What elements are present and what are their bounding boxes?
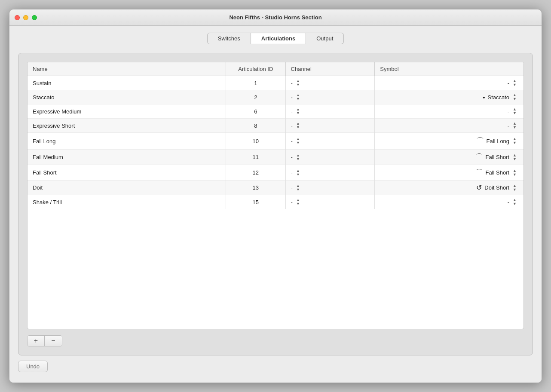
remove-button[interactable]: − <box>45 336 62 346</box>
cell-artid: 12 <box>226 165 285 181</box>
cell-artid: 13 <box>226 181 285 195</box>
cell-channel: -▲▼ <box>285 133 375 150</box>
cell-symbol: ↺Doit Short▲▼ <box>375 181 523 195</box>
symbol-stepper[interactable]: ▲▼ <box>513 79 517 87</box>
table-row: Expressive Medium6-▲▼-▲▼ <box>28 104 523 119</box>
channel-dash: - <box>291 169 293 176</box>
add-button[interactable]: + <box>28 336 45 346</box>
cell-symbol: ⌒Fall Short▲▼ <box>375 165 523 181</box>
cell-name: Fall Medium <box>28 150 226 165</box>
symbol-stepper[interactable]: ▲▼ <box>513 169 517 177</box>
add-remove-group: + − <box>27 335 62 346</box>
tab-switches[interactable]: Switches <box>207 33 251 44</box>
cell-channel: -▲▼ <box>285 195 375 209</box>
table-row: Expressive Short8-▲▼-▲▼ <box>28 119 523 133</box>
cell-name: Fall Long <box>28 133 226 150</box>
symbol-label: Fall Short <box>485 154 509 160</box>
channel-dash: - <box>291 199 293 205</box>
cell-symbol: -▲▼ <box>375 76 523 90</box>
channel-stepper[interactable]: ▲▼ <box>296 198 300 206</box>
cell-artid: 1 <box>226 76 285 90</box>
cell-channel: -▲▼ <box>285 150 375 165</box>
col-header-artid: Articulation ID <box>226 62 285 76</box>
channel-stepper[interactable]: ▲▼ <box>296 169 300 177</box>
cell-channel: -▲▼ <box>285 181 375 195</box>
symbol-label: - <box>508 122 509 129</box>
channel-dash: - <box>291 94 293 101</box>
cell-symbol: -▲▼ <box>375 119 523 133</box>
cell-name: Fall Short <box>28 165 226 181</box>
cell-name: Expressive Medium <box>28 104 226 119</box>
channel-stepper[interactable]: ▲▼ <box>296 107 300 115</box>
cell-channel: -▲▼ <box>285 104 375 119</box>
symbol-stepper[interactable]: ▲▼ <box>513 107 517 115</box>
undo-button[interactable]: Undo <box>18 361 48 372</box>
cell-channel: -▲▼ <box>285 90 375 104</box>
close-button[interactable] <box>15 15 20 20</box>
symbol-stepper[interactable]: ▲▼ <box>513 198 517 206</box>
main-panel: Name Articulation ID Channel Symbol Sust… <box>18 53 533 355</box>
cell-symbol: ⌒Fall Long▲▼ <box>375 133 523 150</box>
symbol-stepper[interactable]: ▲▼ <box>513 122 517 129</box>
staccato-icon: • <box>483 94 485 101</box>
undo-bar: Undo <box>18 355 533 374</box>
table-row: Doit13-▲▼↺Doit Short▲▼ <box>28 181 523 195</box>
col-header-symbol: Symbol <box>375 62 523 76</box>
symbol-stepper[interactable]: ▲▼ <box>513 137 517 145</box>
col-header-channel: Channel <box>285 62 375 76</box>
tab-output[interactable]: Output <box>306 33 344 44</box>
symbol-stepper[interactable]: ▲▼ <box>513 93 517 101</box>
cell-artid: 11 <box>226 150 285 165</box>
content-area: Switches Articulations Output Name Artic… <box>9 26 542 383</box>
table-row: Fall Medium11-▲▼⌒Fall Short▲▼ <box>28 150 523 165</box>
symbol-label: - <box>508 108 509 115</box>
window-title: Neon Fifths - Studio Horns Section <box>229 14 321 21</box>
fall-long-icon: ⌒ <box>476 136 484 146</box>
channel-dash: - <box>291 138 293 144</box>
articulations-table-container: Name Articulation ID Channel Symbol Sust… <box>27 62 524 329</box>
bottom-bar: + − <box>27 335 524 346</box>
channel-stepper[interactable]: ▲▼ <box>296 153 300 161</box>
channel-stepper[interactable]: ▲▼ <box>296 184 300 192</box>
tab-articulations[interactable]: Articulations <box>251 33 306 44</box>
channel-dash: - <box>291 184 293 191</box>
cell-channel: -▲▼ <box>285 76 375 90</box>
traffic-lights <box>15 15 37 20</box>
doit-icon: ↺ <box>476 184 482 192</box>
cell-symbol: -▲▼ <box>375 195 523 209</box>
symbol-label: Staccato <box>487 94 509 101</box>
fall-short-icon: ⌒ <box>476 153 483 162</box>
cell-name: Doit <box>28 181 226 195</box>
maximize-button[interactable] <box>32 15 37 20</box>
channel-stepper[interactable]: ▲▼ <box>296 122 300 129</box>
table-row: Fall Short12-▲▼⌒Fall Short▲▼ <box>28 165 523 181</box>
table-row: Shake / Trill15-▲▼-▲▼ <box>28 195 523 209</box>
table-row: Sustain1-▲▼-▲▼ <box>28 76 523 90</box>
app-window: Neon Fifths - Studio Horns Section Switc… <box>9 9 542 383</box>
symbol-label: - <box>508 80 509 86</box>
symbol-label: - <box>508 199 509 205</box>
cell-name: Sustain <box>28 76 226 90</box>
cell-artid: 2 <box>226 90 285 104</box>
symbol-stepper[interactable]: ▲▼ <box>513 184 517 192</box>
cell-artid: 8 <box>226 119 285 133</box>
channel-dash: - <box>291 122 293 129</box>
channel-dash: - <box>291 80 293 86</box>
minimize-button[interactable] <box>23 15 28 20</box>
col-header-name: Name <box>28 62 226 76</box>
cell-channel: -▲▼ <box>285 165 375 181</box>
table-header-row: Name Articulation ID Channel Symbol <box>28 62 523 76</box>
cell-symbol: •Staccato▲▼ <box>375 90 523 104</box>
cell-name: Shake / Trill <box>28 195 226 209</box>
channel-stepper[interactable]: ▲▼ <box>296 93 300 101</box>
cell-name: Expressive Short <box>28 119 226 133</box>
cell-name: Staccato <box>28 90 226 104</box>
channel-stepper[interactable]: ▲▼ <box>296 137 300 145</box>
symbol-label: Fall Long <box>487 138 509 144</box>
channel-stepper[interactable]: ▲▼ <box>296 79 300 87</box>
fall-short-icon: ⌒ <box>476 168 483 177</box>
symbol-stepper[interactable]: ▲▼ <box>513 153 517 161</box>
cell-symbol: -▲▼ <box>375 104 523 119</box>
cell-artid: 10 <box>226 133 285 150</box>
table-row: Fall Long10-▲▼⌒Fall Long▲▼ <box>28 133 523 150</box>
